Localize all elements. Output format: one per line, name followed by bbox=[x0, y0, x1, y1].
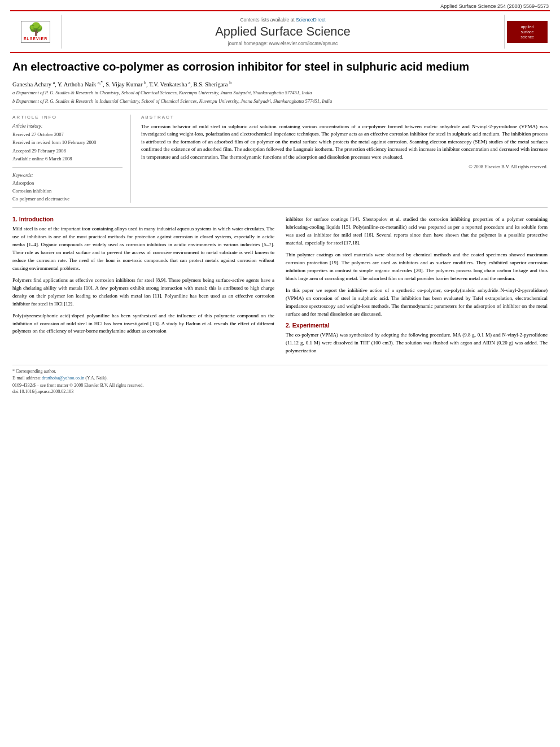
elsevier-tree-icon: 🌳 bbox=[28, 23, 43, 36]
intro-para-2: Polymers find applications as effective … bbox=[12, 277, 274, 308]
journal-logo-box: appliedsurfacescience bbox=[505, 15, 550, 49]
sciencedirect-link[interactable]: ScienceDirect bbox=[296, 17, 325, 23]
corresponding-note: * Corresponding author. bbox=[12, 368, 548, 375]
affiliation-a: a Department of P. G. Studies & Research… bbox=[12, 90, 548, 97]
divider-1 bbox=[12, 110, 548, 110]
journal-header-center: Contents lists available at ScienceDirec… bbox=[61, 15, 505, 49]
author-5: B.S. Sherigara b bbox=[194, 81, 231, 88]
journal-logo-image: appliedsurfacescience bbox=[507, 21, 548, 43]
keywords-label: Keywords: bbox=[12, 172, 123, 178]
sciencedirect-line: Contents lists available at ScienceDirec… bbox=[240, 17, 325, 23]
intro-para-3: Poly(styrenesulphonic acid)-doped polyan… bbox=[12, 312, 274, 336]
citation-text: Applied Surface Science 254 (2008) 5569–… bbox=[440, 3, 549, 9]
copyright-line: © 2008 Elsevier B.V. All rights reserved… bbox=[141, 164, 548, 169]
email-note: E-mail address: drarthoba@yahoo.co.in (Y… bbox=[12, 375, 548, 382]
author-3: S. Vijay Kumar b bbox=[106, 81, 146, 88]
author-2: Y. Arthoba Naik a,* bbox=[58, 81, 103, 88]
article-history: Article history: Received 27 October 200… bbox=[12, 123, 123, 163]
keyword-1: Adsorption bbox=[12, 180, 123, 187]
affiliation-b: b Department of P. G. Studies & Research… bbox=[12, 98, 548, 105]
author-1: Ganesha Achary a bbox=[12, 81, 55, 88]
intro-para-1: Mild steel is one of the important iron-… bbox=[12, 225, 274, 273]
citation-bar: Applied Surface Science 254 (2008) 5569–… bbox=[0, 0, 560, 10]
article-title: An electroactive co-polymer as corrosion… bbox=[12, 60, 548, 74]
article-info-label: ARTICLE INFO bbox=[12, 115, 123, 120]
elsevier-logo: 🌳 ELSEVIER bbox=[10, 15, 61, 49]
keyword-list: Adsorption Corrosion inhibition Co-polym… bbox=[12, 180, 123, 203]
abstract-label: ABSTRACT bbox=[141, 115, 548, 120]
email-link[interactable]: drarthoba@yahoo.co.in bbox=[42, 375, 84, 381]
journal-title: Applied Surface Science bbox=[215, 24, 351, 39]
intro-heading: 1. Introduction bbox=[12, 216, 274, 222]
abstract-text: The corrosion behavior of mild steel in … bbox=[141, 123, 548, 161]
doi-line: doi:10.1016/j.apsusc.2008.02.103 bbox=[12, 389, 548, 394]
abstract-col: ABSTRACT The corrosion behavior of mild … bbox=[141, 115, 548, 203]
right-para-1: inhibitor for surface coatings [14]. She… bbox=[286, 216, 548, 247]
main-left-col: 1. Introduction Mild steel is one of the… bbox=[12, 216, 274, 359]
experimental-text: The co-polymer (VPMA) was synthesized by… bbox=[286, 331, 548, 355]
main-content: 1. Introduction Mild steel is one of the… bbox=[12, 216, 548, 359]
main-right-col: inhibitor for surface coatings [14]. She… bbox=[286, 216, 548, 359]
experimental-heading: 2. Experimental bbox=[286, 322, 548, 329]
authors-line: Ganesha Achary a, Y. Arthoba Naik a,*, S… bbox=[12, 80, 548, 88]
keyword-2: Corrosion inhibition bbox=[12, 187, 123, 195]
journal-homepage: journal homepage: www.elsevier.com/locat… bbox=[228, 41, 338, 46]
elsevier-wordmark: ELSEVIER bbox=[24, 37, 48, 41]
footnote-area: * Corresponding author. E-mail address: … bbox=[12, 365, 548, 394]
journal-header: 🌳 ELSEVIER Contents lists available at S… bbox=[10, 10, 550, 53]
divider-2 bbox=[12, 207, 548, 208]
author-4: T.V. Venkatesha a bbox=[149, 81, 190, 88]
right-para-2: Thin polymer coatings on steel materials… bbox=[286, 251, 548, 283]
right-para-3: In this paper we report the inhibitive a… bbox=[286, 287, 548, 318]
article-info-col: ARTICLE INFO Article history: Received 2… bbox=[12, 115, 131, 203]
issn-line: 0169-4332/$ – see front matter © 2008 El… bbox=[12, 383, 548, 388]
article-info-abstract: ARTICLE INFO Article history: Received 2… bbox=[12, 115, 548, 203]
article-body: An electroactive co-polymer as corrosion… bbox=[0, 53, 560, 400]
received-date: Received 27 October 2007 Received in rev… bbox=[12, 130, 123, 163]
history-label: Article history: bbox=[12, 123, 123, 129]
keyword-3: Co-polymer and electroactive bbox=[12, 195, 123, 203]
keywords-section: Keywords: Adsorption Corrosion inhibitio… bbox=[12, 172, 123, 203]
divider-kw bbox=[12, 167, 123, 168]
